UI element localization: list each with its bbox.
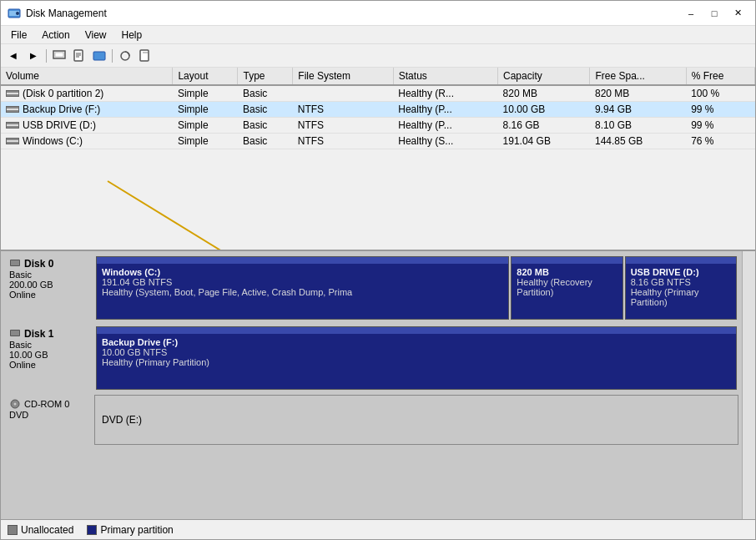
legend-unallocated-label: Unallocated bbox=[21, 524, 73, 536]
cell-fs-2: NTFS bbox=[293, 118, 393, 134]
col-free: Free Spa... bbox=[590, 68, 686, 85]
cell-layout-1: Simple bbox=[173, 102, 238, 118]
cdrom-type: DVD bbox=[9, 410, 28, 420]
partition-recovery[interactable]: 820 MB Healthy (Recovery Partition) bbox=[511, 256, 622, 320]
cell-free-1: 9.94 GB bbox=[590, 102, 686, 118]
disk-1-partitions: Backup Drive (F:) 10.00 GB NTFS Healthy … bbox=[94, 325, 738, 391]
legend-unallocated: Unallocated bbox=[8, 524, 73, 536]
cdrom-name: CD-ROM 0 bbox=[24, 399, 69, 409]
disk-1-label: Disk 1 Basic 10.00 GB Online bbox=[4, 325, 94, 391]
disk-row-0: Disk 0 Basic 200.00 GB Online Windows (C… bbox=[4, 255, 738, 321]
properties-button[interactable] bbox=[70, 47, 88, 65]
volume-scroll[interactable]: Volume Layout Type File System Status Ca… bbox=[1, 68, 755, 250]
partition-d[interactable]: USB DRIVE (D:) 8.16 GB NTFS Healthy (Pri… bbox=[625, 256, 737, 320]
partition-f[interactable]: Backup Drive (F:) 10.00 GB NTFS Healthy … bbox=[96, 326, 737, 390]
table-row-3[interactable]: Windows (C:) Simple Basic NTFS Healthy (… bbox=[1, 134, 755, 149]
partition-d-name: USB DRIVE (D:) bbox=[631, 267, 731, 277]
cell-type-3: Basic bbox=[238, 134, 293, 149]
partition-d-size: 8.16 GB NTFS bbox=[631, 277, 731, 287]
help-button[interactable] bbox=[136, 47, 154, 65]
disk-icon-1 bbox=[9, 328, 21, 340]
maximize-button[interactable]: □ bbox=[703, 5, 725, 22]
partition-c-name: Windows (C:) bbox=[102, 267, 503, 277]
svg-rect-11 bbox=[140, 50, 149, 61]
cell-capacity-3: 191.04 GB bbox=[498, 134, 590, 149]
cell-volume-2: USB DRIVE (D:) bbox=[1, 118, 173, 134]
title-bar: Disk Management – □ ✕ bbox=[1, 1, 755, 26]
cdrom-body[interactable]: DVD (E:) bbox=[94, 395, 738, 445]
legend-unallocated-box bbox=[8, 525, 18, 535]
window-title: Disk Management bbox=[26, 8, 107, 19]
cell-status-0: Healthy (R... bbox=[393, 85, 497, 102]
drive-paths-button[interactable] bbox=[90, 47, 108, 65]
back-button[interactable]: ◀ bbox=[4, 47, 23, 65]
cell-status-3: Healthy (S... bbox=[393, 134, 497, 149]
toolbar-separator-1 bbox=[46, 49, 47, 63]
cell-type-2: Basic bbox=[238, 118, 293, 134]
cell-pct-3: 76 % bbox=[686, 134, 754, 149]
svg-rect-9 bbox=[93, 52, 105, 60]
menu-help[interactable]: Help bbox=[115, 28, 149, 43]
table-row-2[interactable]: USB DRIVE (D:) Simple Basic NTFS Healthy… bbox=[1, 118, 755, 134]
menu-action[interactable]: Action bbox=[35, 28, 76, 43]
svg-point-21 bbox=[14, 403, 17, 406]
cell-type-1: Basic bbox=[238, 102, 293, 118]
cdrom-drive: DVD (E:) bbox=[102, 414, 142, 426]
cell-pct-1: 99 % bbox=[686, 102, 754, 118]
disk-management-icon bbox=[8, 7, 21, 20]
col-pct: % Free bbox=[686, 68, 754, 85]
col-capacity: Capacity bbox=[498, 68, 590, 85]
main-area: Volume Layout Type File System Status Ca… bbox=[1, 68, 755, 539]
main-window: Disk Management – □ ✕ File Action View H… bbox=[0, 0, 756, 540]
partition-c-status: Healthy (System, Boot, Page File, Active… bbox=[102, 287, 503, 297]
col-status: Status bbox=[393, 68, 497, 85]
legend-primary-label: Primary partition bbox=[100, 524, 173, 536]
volume-table: Volume Layout Type File System Status Ca… bbox=[1, 68, 755, 149]
close-button[interactable]: ✕ bbox=[727, 5, 748, 22]
partition-recovery-status: Healthy (Recovery Partition) bbox=[517, 277, 617, 297]
svg-point-2 bbox=[16, 12, 19, 15]
rescan-button[interactable] bbox=[116, 47, 134, 65]
partition-c[interactable]: Windows (C:) 191.04 GB NTFS Healthy (Sys… bbox=[96, 256, 509, 320]
menu-file[interactable]: File bbox=[4, 28, 33, 43]
cell-status-1: Healthy (P... bbox=[393, 102, 497, 118]
toolbar: ◀ ▶ bbox=[1, 44, 755, 68]
legend-primary: Primary partition bbox=[87, 524, 173, 536]
partition-recovery-name: 820 MB bbox=[517, 267, 617, 277]
forward-button[interactable]: ▶ bbox=[24, 47, 43, 65]
show-console-button[interactable] bbox=[50, 47, 68, 65]
menu-bar: File Action View Help bbox=[1, 26, 755, 44]
cell-status-2: Healthy (P... bbox=[393, 118, 497, 134]
minimize-button[interactable]: – bbox=[680, 5, 702, 22]
table-header-row: Volume Layout Type File System Status Ca… bbox=[1, 68, 755, 85]
table-row-0[interactable]: (Disk 0 partition 2) Simple Basic Health… bbox=[1, 85, 755, 102]
disk-scroll-area: Disk 0 Basic 200.00 GB Online Windows (C… bbox=[1, 251, 755, 519]
volume-table-body: (Disk 0 partition 2) Simple Basic Health… bbox=[1, 85, 755, 149]
col-type: Type bbox=[238, 68, 293, 85]
status-bar: Unallocated Primary partition bbox=[1, 519, 755, 539]
cdrom-row: CD-ROM 0 DVD DVD (E:) bbox=[4, 395, 738, 445]
disk-scrollbar[interactable] bbox=[742, 251, 755, 519]
table-row-1[interactable]: Backup Drive (F:) Simple Basic NTFS Heal… bbox=[1, 102, 755, 118]
disk-pane[interactable]: Disk 0 Basic 200.00 GB Online Windows (C… bbox=[1, 251, 742, 519]
disk-0-name: Disk 0 bbox=[24, 258, 53, 270]
cell-volume-3: Windows (C:) bbox=[1, 134, 173, 149]
partition-f-name: Backup Drive (F:) bbox=[102, 337, 731, 347]
disk-0-size: 200.00 GB bbox=[9, 280, 89, 290]
cell-capacity-0: 820 MB bbox=[498, 85, 590, 102]
col-layout: Layout bbox=[173, 68, 238, 85]
disk-1-type: Basic bbox=[9, 340, 89, 350]
cell-layout-3: Simple bbox=[173, 134, 238, 149]
cdrom-label: CD-ROM 0 DVD bbox=[4, 395, 94, 445]
partition-d-status: Healthy (Primary Partition) bbox=[631, 287, 731, 307]
cdrom-icon bbox=[9, 398, 21, 410]
cell-type-0: Basic bbox=[238, 85, 293, 102]
cell-layout-0: Simple bbox=[173, 85, 238, 102]
cell-layout-2: Simple bbox=[173, 118, 238, 134]
partition-f-status: Healthy (Primary Partition) bbox=[102, 357, 731, 367]
cell-free-3: 144.85 GB bbox=[590, 134, 686, 149]
svg-rect-4 bbox=[55, 53, 63, 57]
menu-view[interactable]: View bbox=[78, 28, 113, 43]
disk-icon-0 bbox=[9, 258, 21, 270]
disk-area: Disk 0 Basic 200.00 GB Online Windows (C… bbox=[1, 251, 755, 539]
